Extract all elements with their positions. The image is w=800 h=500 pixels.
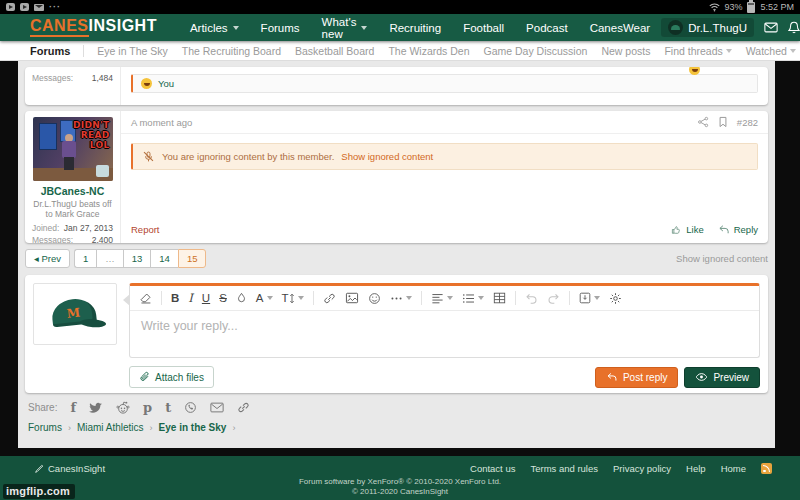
chevron-down-icon (298, 296, 304, 300)
more-options-icon[interactable] (390, 296, 412, 301)
laughing-emoji-icon (141, 78, 152, 89)
rss-icon[interactable] (761, 463, 772, 474)
subnav-eye-in-the-sky[interactable]: Eye in The Sky (97, 45, 167, 57)
bold-button[interactable]: B (171, 292, 179, 304)
clock: 5:52 PM (760, 2, 794, 12)
current-user-avatar[interactable]: M (33, 283, 117, 345)
reply-button[interactable]: Reply (718, 224, 758, 235)
pinterest-icon[interactable] (143, 401, 152, 414)
bell-icon[interactable] (788, 21, 800, 34)
reply-arrow-icon (606, 372, 618, 382)
nav-item-whats-new[interactable]: What's new (311, 14, 379, 41)
tumblr-icon[interactable] (165, 401, 171, 414)
list-icon[interactable] (462, 293, 484, 304)
link-icon[interactable] (323, 292, 336, 305)
breadcrumb-eye-in-the-sky[interactable]: Eye in the Sky (159, 422, 227, 433)
page-1-button[interactable]: 1 (74, 249, 96, 268)
strikethrough-button[interactable]: S (219, 292, 227, 304)
page-13-button[interactable]: 13 (123, 249, 151, 268)
footer-contact-us[interactable]: Contact us (470, 463, 515, 474)
nav-item-football[interactable]: Football (452, 14, 515, 41)
table-icon[interactable] (493, 292, 506, 304)
chevron-down-icon (594, 296, 600, 300)
post-reply-button[interactable]: Post reply (595, 367, 678, 388)
show-ignored-content-link[interactable]: Show ignored content (341, 151, 433, 162)
text-color-icon[interactable] (236, 292, 247, 305)
subnav-recruiting-board[interactable]: The Recruiting Board (182, 45, 281, 57)
user-avatar-image[interactable]: DIDN'T READ LOL (33, 117, 113, 181)
smiley-icon[interactable] (368, 292, 381, 305)
underline-button[interactable]: U (202, 292, 210, 304)
breadcrumb-miami-athletics[interactable]: Miami Athletics (77, 422, 144, 433)
message-notification-icon (34, 4, 44, 11)
nav-item-articles[interactable]: Articles (179, 14, 250, 41)
like-button[interactable]: Like (671, 224, 703, 235)
muted-mic-icon (142, 150, 155, 163)
envelope-icon[interactable] (764, 22, 778, 33)
subnav-watched[interactable]: Watched (746, 45, 796, 57)
imgflip-watermark: imgflip.com (3, 484, 75, 499)
subnav-find-threads[interactable]: Find threads (664, 45, 731, 57)
nav-item-recruiting[interactable]: Recruiting (378, 14, 452, 41)
messages-label: Messages: (32, 235, 73, 243)
show-ignored-content-toggle[interactable]: Show ignored content (676, 253, 768, 264)
bookmark-icon[interactable] (718, 116, 728, 128)
quote-block[interactable]: You (131, 74, 758, 93)
footer-terms[interactable]: Terms and rules (530, 463, 598, 474)
link-icon[interactable] (237, 401, 250, 414)
chevron-right-icon (150, 423, 153, 433)
preview-button[interactable]: Preview (684, 367, 760, 388)
breadcrumb-forums[interactable]: Forums (28, 422, 62, 433)
font-family-button[interactable]: A (256, 292, 273, 304)
account-menu[interactable]: Dr.L.ThugU (661, 18, 754, 37)
share-icon[interactable] (697, 116, 709, 128)
prev-page-button[interactable]: ◂ Prev (25, 249, 70, 268)
copyright-canesinsight: © 2011-2020 CanesInSight (0, 487, 800, 497)
drafts-icon[interactable] (579, 292, 600, 304)
share-bar: Share: (28, 401, 765, 414)
align-icon[interactable] (431, 293, 453, 304)
nav-item-podcast[interactable]: Podcast (515, 14, 579, 41)
chevron-down-icon (406, 296, 412, 300)
twitter-icon[interactable] (89, 402, 103, 414)
attach-files-button[interactable]: Attach files (129, 366, 214, 388)
chevron-down-icon (790, 49, 796, 53)
messages-label: Messages: (32, 73, 73, 83)
report-link[interactable]: Report (131, 224, 160, 235)
subnav-wizards-den[interactable]: The Wizards Den (388, 45, 469, 57)
page-15-current[interactable]: 15 (178, 249, 207, 268)
subnav-game-day[interactable]: Game Day Discussion (484, 45, 588, 57)
subnav-new-posts[interactable]: New posts (601, 45, 650, 57)
image-icon[interactable] (345, 292, 359, 304)
page-14-button[interactable]: 14 (150, 249, 178, 268)
footer-privacy[interactable]: Privacy policy (613, 463, 671, 474)
reply-editor-input[interactable]: Write your reply... (130, 311, 759, 357)
nav-item-forums[interactable]: Forums (250, 14, 311, 41)
facebook-icon[interactable] (70, 401, 76, 414)
chevron-down-icon (361, 26, 367, 30)
gear-icon[interactable] (609, 292, 622, 305)
site-logo[interactable]: CANESINSIGHT (30, 18, 157, 37)
italic-button[interactable]: I (188, 291, 193, 305)
email-icon[interactable] (210, 402, 224, 413)
undo-icon[interactable] (525, 292, 538, 304)
whatsapp-icon[interactable] (184, 401, 197, 414)
reply-arrow-icon (718, 224, 730, 235)
subnav-basketball-board[interactable]: Basketball Board (295, 45, 374, 57)
footer-brand[interactable]: CanesInSight (34, 463, 105, 474)
battery-icon (747, 2, 755, 13)
nav-item-caneswear[interactable]: CanesWear (579, 14, 662, 41)
post-author-link[interactable]: JBCanes-NC (32, 185, 113, 197)
remove-format-icon[interactable] (139, 292, 152, 305)
post-author-title: Dr.L.ThugU beats off to Mark Grace (32, 199, 113, 219)
redo-icon[interactable] (547, 292, 560, 304)
post-number[interactable]: #282 (737, 117, 758, 128)
page-ellipsis: … (96, 249, 123, 268)
font-size-button[interactable]: T (282, 292, 304, 304)
footer-help[interactable]: Help (686, 463, 706, 474)
reddit-icon[interactable] (116, 401, 130, 414)
tab-forums[interactable]: Forums (30, 45, 84, 57)
post-timestamp[interactable]: A moment ago (131, 117, 192, 128)
footer-home[interactable]: Home (721, 463, 746, 474)
paperclip-icon (139, 371, 150, 383)
